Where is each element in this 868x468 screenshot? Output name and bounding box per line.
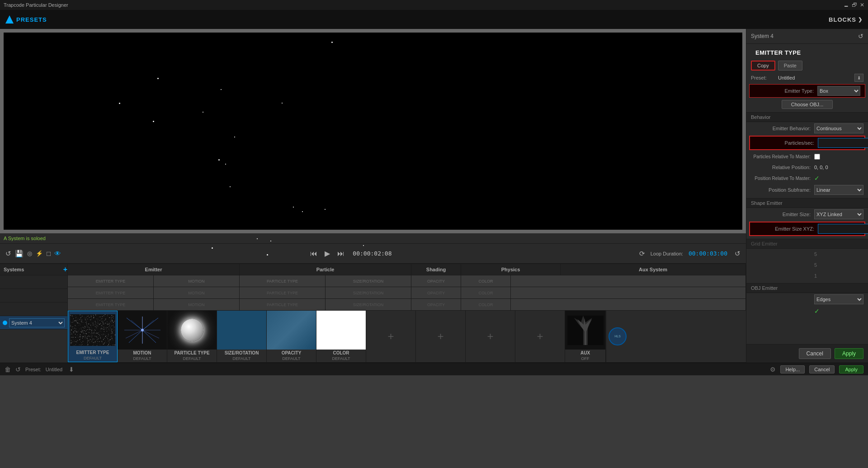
thumb-color-sublabel: Default — [332, 356, 350, 362]
choose-obj-row: Choose OBJ... — [746, 99, 868, 110]
app-title: Trapcode Particular Designer — [4, 2, 68, 8]
trash-icon[interactable]: 🗑 — [5, 366, 11, 373]
snap-btn[interactable]: ⚡ — [36, 250, 43, 257]
header-particle: Particle — [240, 264, 411, 275]
thumb-motion-img — [118, 311, 167, 350]
add-physics3-btn[interactable]: + — [515, 311, 565, 362]
cancel-bottom-btn[interactable]: Cancel — [809, 365, 835, 373]
relative-position-row: Relative Position: 0, 0, 0 — [746, 162, 868, 173]
grid-z-value: 1 — [814, 273, 863, 279]
thumb-color[interactable]: COLOR Default — [316, 311, 366, 362]
topbar: PRESETS BLOCKS ❯ — [0, 10, 868, 29]
undo-transport-btn[interactable]: ↺ — [5, 250, 11, 258]
eye-btn[interactable]: 👁 — [54, 250, 61, 257]
thumb-size-sublabel: Default — [233, 356, 251, 362]
thumb-emitter-type[interactable]: EMITTER TYPE Default — [68, 311, 118, 362]
status-message: A System is soloed — [4, 236, 46, 241]
main-layout: A System is soloed ↺ 💾 ◎ ⚡ □ 👁 ⏮ ▶ ⏭ 00:… — [0, 29, 868, 363]
bc-master-opacity: OPACITY — [411, 275, 461, 287]
svg-line-5 — [142, 330, 156, 343]
thumb-aux[interactable]: AUX OFF — [565, 311, 606, 362]
bc-sys2-opacity: OPACITY — [411, 287, 461, 298]
particles-sec-label: Particles/sec: — [755, 140, 818, 146]
to-end-btn[interactable]: ⏭ — [335, 249, 346, 259]
block-row-sys2: EMITTER TYPE MOTION PARTICLE TYPE SIZE/R… — [68, 287, 746, 299]
add-shading-btn[interactable]: + — [366, 311, 416, 362]
close-btn[interactable]: ✕ — [860, 2, 864, 8]
thumb-opacity[interactable]: OPACITY Default — [267, 311, 316, 362]
bc-sys3-emitter: EMITTER TYPE — [68, 299, 154, 310]
loop-icon[interactable]: ⟳ — [639, 250, 645, 258]
add-physics2-btn[interactable]: + — [466, 311, 515, 362]
to-start-btn[interactable]: ⏮ — [308, 249, 319, 259]
thumb-aux-img — [565, 311, 605, 350]
relative-position-label: Relative Position: — [751, 165, 814, 170]
thumb-motion[interactable]: MOTION Default — [118, 311, 167, 362]
particles-relative-label: Particles Relative To Master: — [751, 154, 814, 159]
relative-position-value: 0, 0, 0 — [814, 165, 863, 170]
thumb-color-img — [316, 311, 366, 350]
system-4-select[interactable]: System 4 — [9, 318, 65, 327]
position-subframe-row: Position Subframe: Linear None Continuou… — [746, 184, 868, 196]
svg-line-11 — [142, 330, 159, 338]
position-relative-label: Position Relative To Master: — [751, 176, 814, 181]
preset-save-btn[interactable]: ⬇ — [854, 74, 863, 82]
grid-y-value: 5 — [814, 262, 863, 268]
settings-icon[interactable]: ⚙ — [770, 366, 776, 373]
header-aux: Aux System — [561, 264, 746, 275]
bc-sys3-shading — [511, 299, 746, 310]
thumb-size-rotation[interactable]: SIZE/ROTATION Default — [217, 311, 267, 362]
panel-section-title-row: EMITTER TYPE — [746, 44, 868, 59]
bc-sys3-color: COLOR — [461, 299, 511, 310]
shape-section: Shape Emitter — [746, 198, 868, 208]
minimize-btn[interactable]: 🗕 — [844, 2, 849, 8]
emitter-size-xyz-row: Emitter Size XYZ: 2000 — [749, 222, 865, 236]
systems-label: Systems — [4, 267, 24, 272]
emitter-behavior-label: Emitter Behavior: — [751, 126, 814, 131]
square-btn[interactable]: □ — [47, 250, 51, 257]
thumb-size-img — [217, 311, 266, 350]
paste-tab[interactable]: Paste — [778, 61, 802, 71]
system-row-4: System 4 — [0, 316, 67, 330]
obj-mode-select[interactable]: Edges Faces Vertices — [814, 294, 863, 304]
grid-body: System 4 EMITTER TYPE MOTION PARTICLE TY… — [0, 275, 746, 363]
position-subframe-select[interactable]: Linear None Continuous — [814, 185, 863, 195]
blocks-nav[interactable]: BLOCKS ❯ — [829, 16, 863, 23]
cancel-btn[interactable]: Cancel — [799, 348, 831, 359]
help-btn[interactable]: Help... — [780, 365, 805, 373]
obj-section: OBJ Emitter — [746, 283, 868, 293]
bc-sys2-particle: PARTICLE TYPE — [240, 287, 326, 298]
maximize-btn[interactable]: 🗗 — [852, 2, 857, 8]
block-row-sys4: EMITTER TYPE Default — [68, 311, 746, 363]
bc-master-emitter: EMITTER TYPE — [68, 275, 154, 287]
svg-line-4 — [129, 330, 142, 343]
system-row-3 — [0, 303, 67, 316]
apply-bottom-btn[interactable]: Apply — [839, 365, 863, 373]
emitter-size-xyz-input[interactable]: 2000 — [818, 224, 868, 234]
particles-relative-check[interactable] — [814, 154, 820, 160]
titlebar: Trapcode Particular Designer 🗕 🗗 ✕ — [0, 0, 868, 10]
apply-btn[interactable]: Apply — [835, 348, 863, 359]
bc-sys2-color: COLOR — [461, 287, 511, 298]
emitter-type-select[interactable]: Box Sphere Grid Light(s) Layer Layer Gri… — [817, 86, 860, 96]
audio-btn[interactable]: ◎ — [27, 250, 32, 257]
save-btn[interactable]: 💾 — [15, 250, 24, 258]
panel-reset-btn[interactable]: ↺ — [858, 33, 863, 40]
aux-preview-svg — [567, 316, 604, 345]
presets-nav[interactable]: PRESETS — [5, 15, 47, 24]
undo-icon[interactable]: ↺ — [15, 366, 21, 373]
emitter-behavior-select[interactable]: Continuous Explode Single Pulse — [814, 123, 863, 133]
thumb-emitter-label: EMITTER TYPE — [75, 349, 110, 356]
add-system-btn[interactable]: + — [63, 265, 67, 274]
copy-tab[interactable]: Copy — [751, 61, 775, 71]
reset-transport-btn[interactable]: ↺ — [735, 250, 741, 258]
save-bottom-icon[interactable]: ⬇ — [69, 366, 74, 373]
thumb-particle-type[interactable]: PARTICLE TYPE Default — [167, 311, 217, 362]
choose-obj-btn[interactable]: Choose OBJ... — [782, 100, 833, 109]
emitter-size-select[interactable]: XYZ Linked XYZ Individual — [814, 209, 863, 219]
add-physics-btn[interactable]: + — [416, 311, 466, 362]
particles-sec-input[interactable]: 10 — [818, 138, 868, 148]
thumb-motion-sublabel: Default — [133, 356, 151, 362]
play-btn[interactable]: ▶ — [323, 248, 332, 259]
thumb-opacity-label: OPACITY — [281, 350, 302, 356]
